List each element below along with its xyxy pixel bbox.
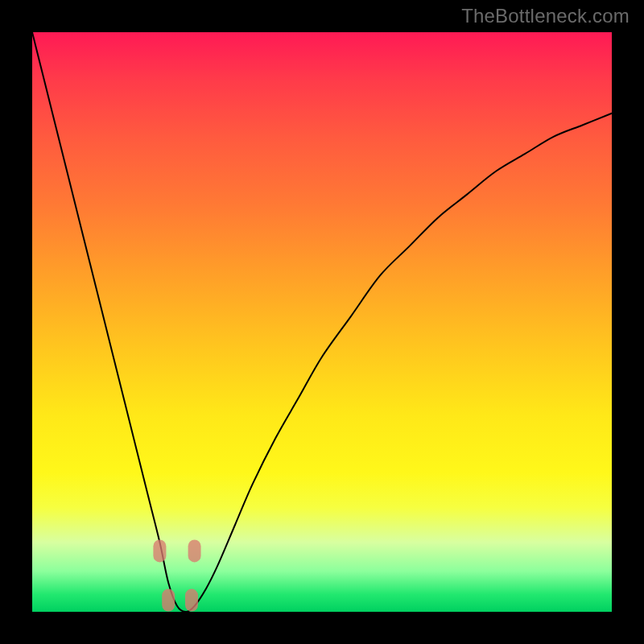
bottleneck-curve xyxy=(32,32,612,612)
watermark-text: TheBottleneck.com xyxy=(461,5,630,27)
curve-marker xyxy=(188,539,201,562)
curve-marker xyxy=(185,589,198,612)
marker-group xyxy=(153,539,200,611)
curve-marker xyxy=(153,539,166,562)
curve-marker xyxy=(162,589,175,612)
curve-svg xyxy=(32,32,612,612)
chart-container: TheBottleneck.com xyxy=(0,0,644,644)
plot-area xyxy=(32,32,612,612)
